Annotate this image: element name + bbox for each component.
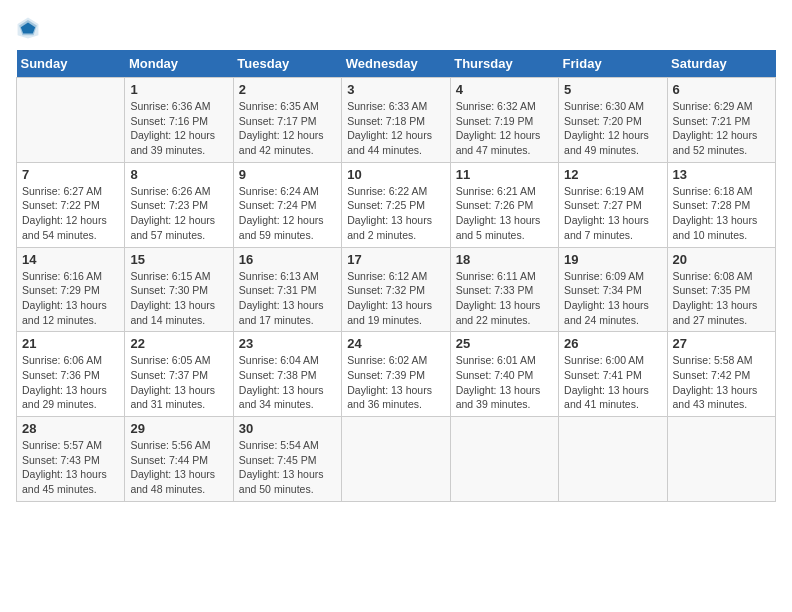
day-number: 15 — [130, 252, 227, 267]
day-info: Sunrise: 6:33 AM Sunset: 7:18 PM Dayligh… — [347, 99, 444, 158]
table-cell: 21Sunrise: 6:06 AM Sunset: 7:36 PM Dayli… — [17, 332, 125, 417]
table-cell: 8Sunrise: 6:26 AM Sunset: 7:23 PM Daylig… — [125, 162, 233, 247]
header-sunday: Sunday — [17, 50, 125, 78]
table-cell: 17Sunrise: 6:12 AM Sunset: 7:32 PM Dayli… — [342, 247, 450, 332]
table-cell — [17, 78, 125, 163]
day-number: 29 — [130, 421, 227, 436]
table-cell: 6Sunrise: 6:29 AM Sunset: 7:21 PM Daylig… — [667, 78, 775, 163]
logo — [16, 16, 44, 40]
table-cell — [559, 417, 667, 502]
days-of-week-row: SundayMondayTuesdayWednesdayThursdayFrid… — [17, 50, 776, 78]
table-cell — [342, 417, 450, 502]
day-info: Sunrise: 6:29 AM Sunset: 7:21 PM Dayligh… — [673, 99, 770, 158]
logo-icon — [16, 16, 40, 40]
day-number: 4 — [456, 82, 553, 97]
day-info: Sunrise: 6:06 AM Sunset: 7:36 PM Dayligh… — [22, 353, 119, 412]
table-cell — [667, 417, 775, 502]
day-info: Sunrise: 6:09 AM Sunset: 7:34 PM Dayligh… — [564, 269, 661, 328]
day-number: 30 — [239, 421, 336, 436]
table-cell: 15Sunrise: 6:15 AM Sunset: 7:30 PM Dayli… — [125, 247, 233, 332]
table-cell: 18Sunrise: 6:11 AM Sunset: 7:33 PM Dayli… — [450, 247, 558, 332]
day-number: 19 — [564, 252, 661, 267]
day-info: Sunrise: 6:01 AM Sunset: 7:40 PM Dayligh… — [456, 353, 553, 412]
table-cell: 27Sunrise: 5:58 AM Sunset: 7:42 PM Dayli… — [667, 332, 775, 417]
table-cell: 30Sunrise: 5:54 AM Sunset: 7:45 PM Dayli… — [233, 417, 341, 502]
day-number: 25 — [456, 336, 553, 351]
table-cell: 20Sunrise: 6:08 AM Sunset: 7:35 PM Dayli… — [667, 247, 775, 332]
day-info: Sunrise: 6:30 AM Sunset: 7:20 PM Dayligh… — [564, 99, 661, 158]
day-info: Sunrise: 6:11 AM Sunset: 7:33 PM Dayligh… — [456, 269, 553, 328]
table-cell: 2Sunrise: 6:35 AM Sunset: 7:17 PM Daylig… — [233, 78, 341, 163]
day-number: 23 — [239, 336, 336, 351]
day-number: 26 — [564, 336, 661, 351]
table-cell: 12Sunrise: 6:19 AM Sunset: 7:27 PM Dayli… — [559, 162, 667, 247]
day-info: Sunrise: 6:22 AM Sunset: 7:25 PM Dayligh… — [347, 184, 444, 243]
header-tuesday: Tuesday — [233, 50, 341, 78]
day-info: Sunrise: 5:58 AM Sunset: 7:42 PM Dayligh… — [673, 353, 770, 412]
day-info: Sunrise: 6:02 AM Sunset: 7:39 PM Dayligh… — [347, 353, 444, 412]
day-info: Sunrise: 6:36 AM Sunset: 7:16 PM Dayligh… — [130, 99, 227, 158]
table-cell: 22Sunrise: 6:05 AM Sunset: 7:37 PM Dayli… — [125, 332, 233, 417]
week-row-1: 1Sunrise: 6:36 AM Sunset: 7:16 PM Daylig… — [17, 78, 776, 163]
table-cell: 29Sunrise: 5:56 AM Sunset: 7:44 PM Dayli… — [125, 417, 233, 502]
week-row-2: 7Sunrise: 6:27 AM Sunset: 7:22 PM Daylig… — [17, 162, 776, 247]
table-cell: 4Sunrise: 6:32 AM Sunset: 7:19 PM Daylig… — [450, 78, 558, 163]
day-info: Sunrise: 6:15 AM Sunset: 7:30 PM Dayligh… — [130, 269, 227, 328]
day-number: 10 — [347, 167, 444, 182]
calendar-table: SundayMondayTuesdayWednesdayThursdayFrid… — [16, 50, 776, 502]
day-number: 14 — [22, 252, 119, 267]
day-info: Sunrise: 6:35 AM Sunset: 7:17 PM Dayligh… — [239, 99, 336, 158]
week-row-4: 21Sunrise: 6:06 AM Sunset: 7:36 PM Dayli… — [17, 332, 776, 417]
day-info: Sunrise: 6:04 AM Sunset: 7:38 PM Dayligh… — [239, 353, 336, 412]
day-number: 12 — [564, 167, 661, 182]
header-friday: Friday — [559, 50, 667, 78]
day-info: Sunrise: 6:26 AM Sunset: 7:23 PM Dayligh… — [130, 184, 227, 243]
day-number: 13 — [673, 167, 770, 182]
day-info: Sunrise: 6:16 AM Sunset: 7:29 PM Dayligh… — [22, 269, 119, 328]
table-cell: 25Sunrise: 6:01 AM Sunset: 7:40 PM Dayli… — [450, 332, 558, 417]
header-monday: Monday — [125, 50, 233, 78]
week-row-5: 28Sunrise: 5:57 AM Sunset: 7:43 PM Dayli… — [17, 417, 776, 502]
day-number: 21 — [22, 336, 119, 351]
table-cell: 3Sunrise: 6:33 AM Sunset: 7:18 PM Daylig… — [342, 78, 450, 163]
table-cell: 28Sunrise: 5:57 AM Sunset: 7:43 PM Dayli… — [17, 417, 125, 502]
table-cell: 13Sunrise: 6:18 AM Sunset: 7:28 PM Dayli… — [667, 162, 775, 247]
table-cell: 11Sunrise: 6:21 AM Sunset: 7:26 PM Dayli… — [450, 162, 558, 247]
table-cell: 10Sunrise: 6:22 AM Sunset: 7:25 PM Dayli… — [342, 162, 450, 247]
header-thursday: Thursday — [450, 50, 558, 78]
day-info: Sunrise: 6:08 AM Sunset: 7:35 PM Dayligh… — [673, 269, 770, 328]
day-number: 1 — [130, 82, 227, 97]
table-cell: 19Sunrise: 6:09 AM Sunset: 7:34 PM Dayli… — [559, 247, 667, 332]
day-number: 9 — [239, 167, 336, 182]
day-number: 6 — [673, 82, 770, 97]
day-number: 17 — [347, 252, 444, 267]
day-info: Sunrise: 6:19 AM Sunset: 7:27 PM Dayligh… — [564, 184, 661, 243]
table-cell: 5Sunrise: 6:30 AM Sunset: 7:20 PM Daylig… — [559, 78, 667, 163]
day-info: Sunrise: 6:32 AM Sunset: 7:19 PM Dayligh… — [456, 99, 553, 158]
table-cell: 1Sunrise: 6:36 AM Sunset: 7:16 PM Daylig… — [125, 78, 233, 163]
header-wednesday: Wednesday — [342, 50, 450, 78]
table-cell: 26Sunrise: 6:00 AM Sunset: 7:41 PM Dayli… — [559, 332, 667, 417]
header-saturday: Saturday — [667, 50, 775, 78]
day-info: Sunrise: 6:27 AM Sunset: 7:22 PM Dayligh… — [22, 184, 119, 243]
table-cell: 24Sunrise: 6:02 AM Sunset: 7:39 PM Dayli… — [342, 332, 450, 417]
header — [16, 16, 776, 40]
table-cell: 14Sunrise: 6:16 AM Sunset: 7:29 PM Dayli… — [17, 247, 125, 332]
day-number: 5 — [564, 82, 661, 97]
day-info: Sunrise: 5:56 AM Sunset: 7:44 PM Dayligh… — [130, 438, 227, 497]
day-info: Sunrise: 6:18 AM Sunset: 7:28 PM Dayligh… — [673, 184, 770, 243]
table-cell — [450, 417, 558, 502]
day-number: 22 — [130, 336, 227, 351]
table-cell: 7Sunrise: 6:27 AM Sunset: 7:22 PM Daylig… — [17, 162, 125, 247]
day-info: Sunrise: 6:24 AM Sunset: 7:24 PM Dayligh… — [239, 184, 336, 243]
table-cell: 16Sunrise: 6:13 AM Sunset: 7:31 PM Dayli… — [233, 247, 341, 332]
day-info: Sunrise: 5:54 AM Sunset: 7:45 PM Dayligh… — [239, 438, 336, 497]
day-info: Sunrise: 6:05 AM Sunset: 7:37 PM Dayligh… — [130, 353, 227, 412]
day-number: 3 — [347, 82, 444, 97]
day-info: Sunrise: 6:13 AM Sunset: 7:31 PM Dayligh… — [239, 269, 336, 328]
day-number: 27 — [673, 336, 770, 351]
day-number: 7 — [22, 167, 119, 182]
day-number: 8 — [130, 167, 227, 182]
day-info: Sunrise: 5:57 AM Sunset: 7:43 PM Dayligh… — [22, 438, 119, 497]
day-number: 24 — [347, 336, 444, 351]
